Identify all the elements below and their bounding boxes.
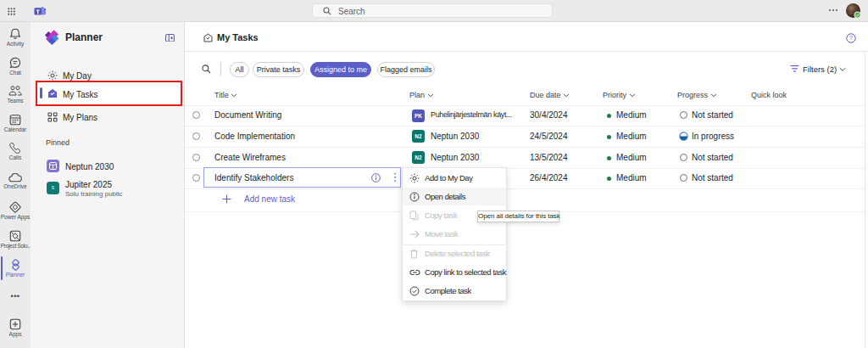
svg-text:?: ? [849,35,853,41]
